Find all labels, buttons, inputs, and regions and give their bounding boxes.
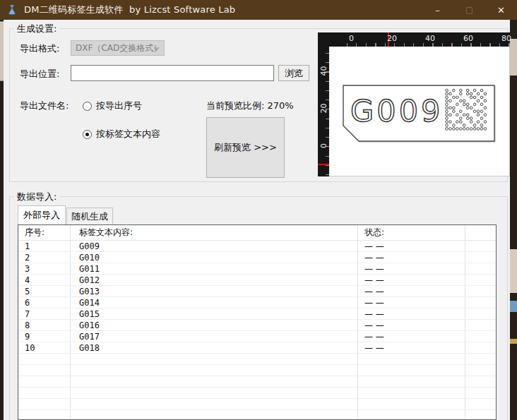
table-cell xyxy=(358,376,465,387)
datamatrix-dot xyxy=(484,92,487,95)
ruler-tick-label: 60 xyxy=(463,34,473,43)
datamatrix-dot xyxy=(456,128,459,131)
table-row[interactable]: 5G013— — xyxy=(18,286,496,297)
table-row[interactable]: 6G014— — xyxy=(18,297,496,308)
ruler-tick-label: 20 xyxy=(319,103,328,114)
table-row[interactable] xyxy=(18,388,496,399)
datamatrix-dot xyxy=(446,107,448,109)
table-row[interactable] xyxy=(18,399,496,410)
datamatrix-dot xyxy=(473,128,476,131)
table-row[interactable]: 4G012— — xyxy=(18,275,496,286)
table-cell: — — xyxy=(358,241,465,251)
table-header-row: 序号: 标签文本内容: 状态: xyxy=(18,225,496,241)
datamatrix-dot xyxy=(460,92,463,95)
table-row[interactable]: 3G011— — xyxy=(18,263,496,275)
datamatrix-dot xyxy=(446,117,448,120)
radio-by-serial[interactable]: 按导出序号 xyxy=(83,100,142,112)
datamatrix-dot xyxy=(480,96,483,99)
table-cell xyxy=(358,399,465,409)
datamatrix-dot xyxy=(453,128,456,131)
table-cell xyxy=(465,241,496,251)
table-cell xyxy=(465,286,496,296)
datamatrix-dot xyxy=(449,121,452,124)
datamatrix-dot xyxy=(463,103,465,106)
preview-canvas[interactable]: G009 xyxy=(329,47,510,176)
radio-by-text[interactable]: 按标签文本内容 xyxy=(83,128,160,140)
datamatrix-dot xyxy=(446,96,448,99)
datamatrix-dot xyxy=(449,107,452,109)
table-cell: 8 xyxy=(18,320,71,330)
table-row[interactable] xyxy=(18,354,496,365)
radio-circle-icon[interactable] xyxy=(83,130,92,139)
browse-button[interactable]: 浏览 xyxy=(278,65,309,81)
datamatrix-dot xyxy=(449,100,452,102)
label-preview-drawing: G009 xyxy=(329,47,510,176)
flask-icon xyxy=(6,4,18,16)
datamatrix-dot xyxy=(477,110,480,113)
datamatrix-dot xyxy=(480,103,483,106)
ruler-tick-label: 40 xyxy=(425,34,435,43)
table-row[interactable]: 9G017— — xyxy=(18,331,496,342)
table-cell: — — xyxy=(358,297,465,308)
table-cell: 7 xyxy=(18,308,71,319)
minimize-button[interactable]: – xyxy=(422,0,453,20)
app-window: DM二维码标签生成软件 by Lizcst Software Lab – ▢ ✕… xyxy=(0,0,517,420)
table-cell: 2 xyxy=(18,252,71,263)
table-row[interactable]: 1G009— — xyxy=(18,241,496,252)
label-data-table[interactable]: 序号: 标签文本内容: 状态: 1G009— —2G010— —3G011— —… xyxy=(18,224,497,420)
datamatrix-dot xyxy=(484,107,487,109)
close-button[interactable]: ✕ xyxy=(485,0,517,20)
column-header-status: 状态: xyxy=(358,225,465,240)
datamatrix-dot xyxy=(470,128,473,131)
datamatrix-dot xyxy=(453,96,456,99)
table-cell: 6 xyxy=(18,297,71,308)
titlebar[interactable]: DM二维码标签生成软件 by Lizcst Software Lab – ▢ ✕ xyxy=(0,0,517,20)
export-format-label: 导出格式: xyxy=(20,42,59,55)
datamatrix-dot xyxy=(463,124,465,127)
table-cell: — — xyxy=(358,308,465,319)
datamatrix-dot xyxy=(484,128,487,131)
table-row[interactable] xyxy=(18,365,496,376)
table-cell: G015 xyxy=(71,308,358,319)
datamatrix-dot xyxy=(473,96,476,99)
datamatrix-dot xyxy=(470,107,473,109)
table-row[interactable] xyxy=(18,410,496,420)
table-cell xyxy=(465,320,496,330)
datamatrix-dot xyxy=(460,100,463,102)
table-cell: 5 xyxy=(18,286,71,296)
table-cell xyxy=(465,410,496,420)
table-row[interactable] xyxy=(18,376,496,388)
datamatrix-dot xyxy=(473,89,476,92)
datamatrix-dot xyxy=(470,96,473,99)
datamatrix-dot xyxy=(449,92,452,95)
datamatrix-dot xyxy=(449,114,452,116)
datamatrix-dot xyxy=(480,110,483,113)
export-path-input[interactable] xyxy=(71,65,274,81)
table-cell: — — xyxy=(358,320,465,330)
table-cell xyxy=(358,388,465,398)
radio-circle-icon[interactable] xyxy=(83,102,92,111)
table-row[interactable]: 8G016— — xyxy=(18,320,496,331)
table-cell: G012 xyxy=(71,275,358,285)
datamatrix-dot xyxy=(477,114,480,116)
table-cell xyxy=(465,252,496,263)
tab-external-import[interactable]: 外部导入 xyxy=(18,205,66,224)
tab-random-generate[interactable]: 随机生成 xyxy=(66,208,113,224)
refresh-preview-button[interactable]: 刷新预览 >>> xyxy=(206,117,285,178)
table-cell xyxy=(465,331,496,342)
background-window-edge-right xyxy=(510,20,517,420)
table-row[interactable]: 10G018— — xyxy=(18,342,496,354)
datamatrix-dot xyxy=(477,121,480,124)
datamatrix-dot xyxy=(466,103,469,106)
table-cell: — — xyxy=(358,342,465,353)
datamatrix-dot xyxy=(456,96,459,99)
table-row[interactable]: 2G010— — xyxy=(18,252,496,263)
table-row[interactable]: 7G015— — xyxy=(18,308,496,320)
table-cell xyxy=(358,410,465,420)
table-body: 1G009— —2G010— —3G011— —4G012— —5G013— —… xyxy=(18,241,496,420)
table-cell xyxy=(71,376,358,387)
generation-settings-legend: 生成设置: xyxy=(14,23,59,35)
datamatrix-dot xyxy=(449,128,452,131)
table-cell: 9 xyxy=(18,331,71,342)
horizontal-ruler: 020406080 xyxy=(318,32,510,47)
